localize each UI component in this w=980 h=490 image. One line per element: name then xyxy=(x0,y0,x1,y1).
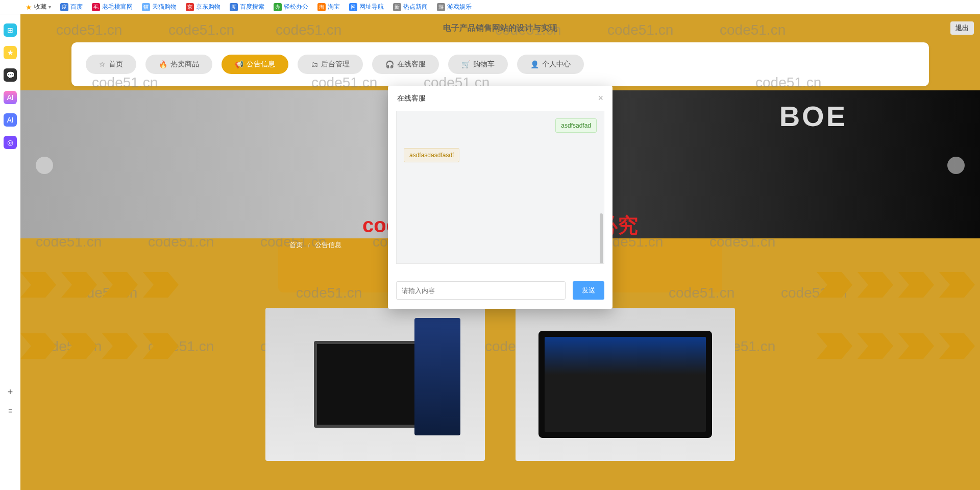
page-body: code51.cn code51.cn code51.cn code51.cn … xyxy=(20,14,980,490)
bookmark-link[interactable]: 新热点新闻 xyxy=(393,3,428,11)
bookmark-link[interactable]: 毛老毛桃官网 xyxy=(92,3,133,11)
bookmarks-bar: ★ 收藏 ▾ 度百度 毛老毛桃官网 猫天猫购物 京京东购物 度百度搜索 办轻松办… xyxy=(0,0,980,14)
site-icon: 度 xyxy=(230,3,238,11)
site-icon: 办 xyxy=(274,3,282,11)
modal-mask: 在线客服 × asdfsadfad asdfasdasdfasdf 发送 xyxy=(20,14,980,490)
send-button[interactable]: 发送 xyxy=(573,281,604,300)
site-icon: 游 xyxy=(437,3,445,11)
bookmark-link[interactable]: 办轻松办公 xyxy=(274,3,308,11)
app-icon[interactable]: 💬 xyxy=(4,68,17,82)
close-icon[interactable]: × xyxy=(598,93,603,104)
app-icon[interactable]: ★ xyxy=(4,46,17,59)
chat-message-outgoing: asdfsadfad xyxy=(555,118,597,133)
chat-input[interactable] xyxy=(396,281,566,300)
favorites-label: 收藏 xyxy=(34,3,46,11)
chat-modal: 在线客服 × asdfsadfad asdfasdasdfasdf 发送 xyxy=(388,86,612,309)
bookmark-link[interactable]: 淘淘宝 xyxy=(317,3,340,11)
chat-footer: 发送 xyxy=(388,264,612,309)
site-icon: 新 xyxy=(393,3,401,11)
site-icon: 京 xyxy=(186,3,194,11)
bookmark-link[interactable]: 京京东购物 xyxy=(186,3,220,11)
favorites-dropdown[interactable]: ★ 收藏 ▾ xyxy=(26,3,51,11)
app-icon[interactable]: AI xyxy=(4,113,17,127)
modal-header: 在线客服 × xyxy=(388,86,612,111)
bookmark-link[interactable]: 游游戏娱乐 xyxy=(437,3,472,11)
site-icon: 度 xyxy=(60,3,68,11)
bookmark-link[interactable]: 网网址导航 xyxy=(349,3,384,11)
app-icon[interactable]: ◎ xyxy=(4,136,17,149)
site-icon: 毛 xyxy=(92,3,100,11)
chevron-down-icon: ▾ xyxy=(48,4,51,10)
site-icon: 猫 xyxy=(142,3,150,11)
add-app-icon[interactable]: + xyxy=(8,387,13,398)
site-icon: 淘 xyxy=(317,3,326,11)
modal-title: 在线客服 xyxy=(397,94,426,103)
chat-messages[interactable]: asdfsadfad asdfasdasdfasdf xyxy=(396,111,604,264)
chat-message-incoming: asdfasdasdfasdf xyxy=(404,148,459,162)
app-icon[interactable]: AI xyxy=(4,91,17,104)
site-icon: 网 xyxy=(349,3,357,11)
scrollbar[interactable] xyxy=(600,213,603,264)
app-icon[interactable]: ⊞ xyxy=(4,23,17,37)
bookmark-link[interactable]: 猫天猫购物 xyxy=(142,3,177,11)
bookmark-link[interactable]: 度百度搜索 xyxy=(230,3,264,11)
menu-icon[interactable]: ≡ xyxy=(8,407,12,415)
star-icon: ★ xyxy=(26,3,32,11)
bookmark-link[interactable]: 度百度 xyxy=(60,3,83,11)
sidebar-apps: ⊞ ★ 💬 AI AI ◎ + ≡ xyxy=(0,14,20,415)
